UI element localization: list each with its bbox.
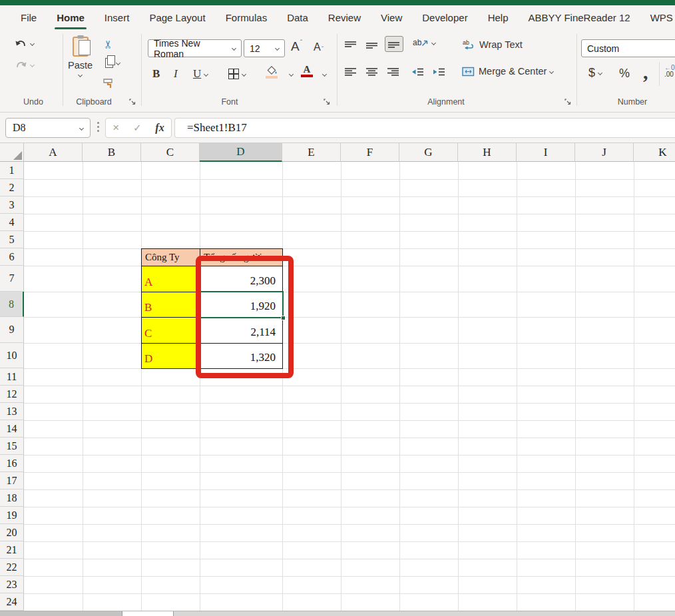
column-header-E[interactable]: E [282, 143, 341, 162]
cell-C9[interactable]: C [141, 317, 200, 344]
accounting-format-button[interactable]: $ [588, 66, 602, 80]
undo-button[interactable] [15, 38, 34, 49]
font-color-chevron[interactable] [322, 72, 327, 77]
underline-chevron[interactable] [204, 71, 208, 76]
font-size-combo[interactable]: 12 [244, 39, 285, 57]
accounting-chevron[interactable] [598, 71, 602, 75]
row-header-18[interactable]: 18 [0, 489, 24, 507]
row-header-3[interactable]: 3 [0, 196, 24, 214]
select-all-corner[interactable] [0, 143, 24, 162]
menu-tab-wps[interactable]: WPS [640, 6, 675, 30]
cell-C7[interactable]: A [141, 266, 200, 292]
copy-dropdown-chevron[interactable] [116, 61, 120, 65]
font-dialog-launcher[interactable] [324, 99, 330, 105]
font-family-combo[interactable]: Times New Roman [148, 39, 242, 57]
menu-tab-formulas[interactable]: Formulas [216, 6, 278, 30]
menu-tab-help[interactable]: Help [478, 6, 519, 30]
alignment-dialog-launcher[interactable] [564, 99, 571, 105]
column-header-C[interactable]: C [141, 143, 200, 162]
formula-input[interactable]: =Sheet1!B17 [174, 118, 675, 138]
enter-icon[interactable]: ✓ [133, 122, 142, 134]
column-header-J[interactable]: J [575, 143, 634, 162]
row-header-14[interactable]: 14 [0, 420, 24, 438]
merge-center-chevron[interactable] [549, 69, 554, 73]
cancel-icon[interactable]: × [112, 121, 119, 135]
row-header-15[interactable]: 15 [0, 438, 24, 455]
menu-tab-developer[interactable]: Developer [412, 6, 477, 30]
menu-tab-data[interactable]: Data [277, 6, 318, 30]
format-painter-button[interactable] [103, 78, 114, 89]
name-box-chevron[interactable] [79, 125, 84, 130]
menu-tab-view[interactable]: View [371, 6, 412, 30]
increase-indent-button[interactable] [433, 67, 445, 77]
merge-center-button[interactable]: Merge & Center [462, 66, 553, 77]
row-header-11[interactable]: 11 [0, 368, 24, 386]
cell-C10[interactable]: D [141, 343, 200, 369]
align-left-button[interactable] [345, 67, 357, 77]
column-header-I[interactable]: I [517, 143, 575, 162]
borders-chevron[interactable] [242, 71, 246, 76]
column-header-B[interactable]: B [83, 143, 141, 162]
formula-bar-drag-handle[interactable] [97, 122, 99, 132]
menu-tab-page-layout[interactable]: Page Layout [139, 6, 215, 30]
font-color-button[interactable]: A [301, 65, 313, 77]
row-header-13[interactable]: 13 [0, 403, 24, 420]
row-header-5[interactable]: 5 [0, 231, 24, 248]
borders-button[interactable] [228, 69, 246, 79]
row-header-8[interactable]: 8 [0, 292, 24, 317]
clipboard-dialog-launcher[interactable] [129, 99, 136, 105]
decrease-indent-button[interactable] [411, 67, 424, 77]
paste-dropdown-chevron[interactable] [78, 73, 83, 77]
column-header-F[interactable]: F [341, 143, 399, 162]
row-header-17[interactable]: 17 [0, 472, 24, 489]
row-header-16[interactable]: 16 [0, 455, 24, 472]
row-header-22[interactable]: 22 [0, 559, 24, 576]
row-header-6[interactable]: 6 [0, 248, 24, 266]
row-header-2[interactable]: 2 [0, 179, 24, 196]
row-header-9[interactable]: 9 [0, 317, 24, 343]
column-header-H[interactable]: H [458, 143, 517, 162]
cell-C8[interactable]: B [141, 292, 200, 318]
column-header-A[interactable]: A [24, 143, 83, 162]
orientation-button[interactable]: ab [413, 38, 435, 47]
fill-color-button[interactable] [265, 66, 278, 79]
copy-button[interactable] [103, 58, 120, 68]
column-header-G[interactable]: G [399, 143, 458, 162]
align-right-button[interactable] [387, 67, 399, 77]
comma-style-button[interactable]: , [643, 69, 648, 75]
bold-button[interactable]: B [152, 67, 160, 81]
row-header-7[interactable]: 7 [0, 266, 24, 292]
italic-button[interactable]: I [174, 67, 178, 81]
fill-color-chevron[interactable] [289, 72, 294, 77]
sheet-tab-strip[interactable] [0, 611, 675, 616]
menu-tab-abbyy-finereader-12[interactable]: ABBYY FineReader 12 [519, 6, 640, 30]
cell-C6[interactable]: Công Ty [141, 248, 200, 266]
paste-button[interactable]: Paste [68, 37, 93, 77]
row-header-19[interactable]: 19 [0, 507, 24, 524]
row-header-23[interactable]: 23 [0, 576, 24, 593]
align-center-button[interactable] [366, 67, 378, 77]
cut-button[interactable]: ✂ [104, 38, 112, 51]
orientation-chevron[interactable] [431, 40, 436, 45]
grow-font-button[interactable]: Aˆ [291, 39, 302, 54]
menu-tab-insert[interactable]: Insert [95, 6, 140, 30]
row-header-12[interactable]: 12 [0, 386, 24, 403]
column-header-D[interactable]: D [200, 143, 282, 162]
menu-tab-review[interactable]: Review [318, 6, 371, 30]
column-header-K[interactable]: K [634, 143, 675, 162]
menu-tab-home[interactable]: Home [47, 6, 95, 30]
name-box[interactable]: D8 [5, 118, 91, 138]
top-align-button[interactable] [345, 41, 357, 50]
wrap-text-button[interactable]: ab Wrap Text [462, 39, 523, 50]
percent-style-button[interactable]: % [619, 67, 630, 81]
middle-align-button[interactable] [366, 41, 378, 50]
row-header-10[interactable]: 10 [0, 343, 24, 368]
row-header-1[interactable]: 1 [0, 162, 24, 179]
menu-tab-file[interactable]: File [11, 6, 47, 30]
row-header-20[interactable]: 20 [0, 524, 24, 541]
undo-dropdown-chevron[interactable] [30, 41, 35, 45]
row-header-21[interactable]: 21 [0, 541, 24, 559]
insert-function-icon[interactable]: fx [155, 122, 164, 134]
underline-button[interactable]: U [193, 67, 208, 81]
row-header-4[interactable]: 4 [0, 214, 24, 231]
